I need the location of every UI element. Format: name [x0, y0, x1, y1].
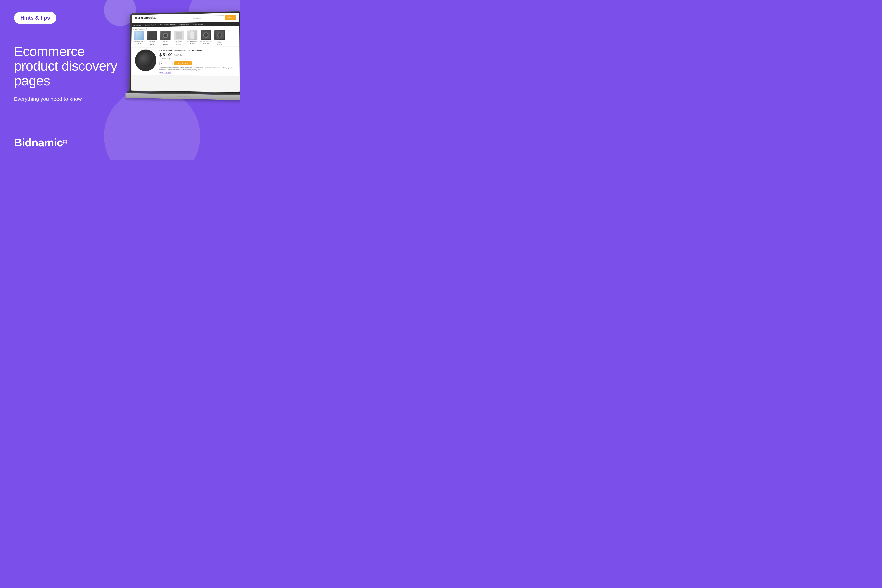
- discover-section: Discover related items Dehumidifier 700m…: [131, 26, 240, 47]
- search-button[interactable]: SEARCH: [225, 15, 236, 20]
- laptop-screen-inner: TheTheShopsite. SEARCH All Products On S…: [131, 13, 240, 92]
- logo-dot-4: [65, 142, 67, 144]
- product-main-image: [135, 50, 156, 71]
- thumb-price-2: $ 98.89: [163, 44, 168, 45]
- product-image-inner: [138, 52, 153, 68]
- see-full-details-link[interactable]: SEE FULL DETAILS: [159, 72, 235, 74]
- logo-main-text: TheShopsite.: [139, 16, 156, 20]
- qty-value: 1: [164, 62, 168, 65]
- thumb-price-3: $ 67.62: [176, 44, 181, 45]
- nav-free-shipping[interactable]: Free Shipping Products: [158, 23, 177, 27]
- thumb-img-1: [147, 31, 157, 40]
- logo-superscript: The: [135, 17, 139, 20]
- badge-text: Hints & tips: [20, 15, 50, 21]
- product-detail-section: Car Air Purifier | The Shopsite NZ by Th…: [132, 47, 239, 76]
- nav-shop-by-brand[interactable]: Shop By Brand: [191, 22, 205, 26]
- thumb-name-1: 15G Ozone Generat...: [146, 41, 158, 44]
- logo-dot-3: [63, 142, 65, 144]
- main-title: Ecommerce product discovery pages: [14, 44, 126, 88]
- thumb-img-6: [214, 30, 225, 40]
- site-header: TheTheShopsite. SEARCH: [132, 13, 239, 23]
- thumb-img-4: [187, 30, 197, 40]
- thumb-2[interactable]: 10G Ozone Generat... $ 98.89: [159, 31, 171, 46]
- thumb-3[interactable]: Car Vacuum Cleane... $ 67.62: [173, 31, 185, 45]
- laptop-screen-bezel: TheTheShopsite. SEARCH All Products On S…: [129, 11, 240, 93]
- hints-tips-badge: Hints & tips: [14, 12, 56, 24]
- logo-dot-2: [65, 140, 67, 142]
- thumb-name-3: Car Vacuum Cleane...: [173, 41, 184, 44]
- laptop-mockup: TheTheShopsite. SEARCH All Products On S…: [129, 11, 240, 104]
- thumb-price-1: $ 99.99: [150, 44, 155, 46]
- thumb-name-5: 20G 230V Ozone G...: [200, 40, 212, 42]
- product-thumbnails-row: Dehumidifier 700m... $ 87.99 15G Ozone G…: [133, 30, 237, 46]
- thumb-img-0: [134, 31, 144, 40]
- thumb-1[interactable]: 15G Ozone Generat... $ 99.99: [146, 31, 158, 46]
- logo-text: Bidnami c: [14, 136, 67, 149]
- product-availability: Availability: In Stock: [159, 58, 235, 60]
- product-quantity-row: − 1 + ADD TO CART: [159, 62, 235, 65]
- thumb-0[interactable]: Dehumidifier 700m... $ 87.99: [133, 31, 145, 46]
- thumb-name-2: 10G Ozone Generat...: [160, 41, 171, 44]
- logo-c: c: [57, 136, 63, 149]
- left-content-area: Ecommerce product discovery pages Everyt…: [14, 44, 126, 102]
- site-logo: TheTheShopsite.: [135, 16, 156, 22]
- product-price-current: $ 51.99: [159, 53, 172, 57]
- macbook-label: MacBook Pro: [177, 96, 191, 98]
- product-title: Car Air Purifier | The Shopsite NZ by Th…: [159, 49, 235, 52]
- thumb-name-6: 10G Ozone Generat...: [214, 40, 225, 44]
- add-to-cart-button[interactable]: ADD TO CART: [174, 62, 192, 65]
- product-price-old: $ 60.94: [174, 54, 183, 57]
- thumb-price-6: $ 90.49: [217, 44, 222, 45]
- thumb-price-0: $ 87.99: [137, 43, 141, 44]
- product-price-area: $ 51.99 $ 60.94: [159, 52, 235, 57]
- discover-label: Discover related items: [134, 27, 237, 30]
- search-area[interactable]: SEARCH: [192, 15, 236, 20]
- thumb-img-2: [160, 31, 171, 40]
- search-input[interactable]: [192, 15, 224, 20]
- nav-on-sale[interactable]: On Sale Products: [143, 23, 158, 27]
- brand-logo: Bidnami c: [14, 136, 67, 149]
- logo-decorative-dots: [63, 140, 67, 144]
- thumb-name-4: Air Purifier Ionise...: [187, 40, 197, 42]
- website-mockup: TheTheShopsite. SEARCH All Products On S…: [131, 13, 240, 92]
- thumb-img-5: [201, 30, 211, 40]
- product-info: Car Air Purifier | The Shopsite NZ by Th…: [159, 49, 235, 74]
- thumb-name-0: Dehumidifier 700m...: [134, 41, 144, 42]
- logo-name: Bidnami: [14, 136, 57, 149]
- thumb-4[interactable]: Air Purifier Ionise... $ 99.99: [186, 30, 198, 45]
- product-description: 3 Speeds Air PurifierHomehold and Car Ai…: [159, 67, 235, 71]
- background: Hints & tips Ecommerce product discovery…: [0, 0, 240, 160]
- thumb-price-5: $ 127.64: [203, 42, 209, 44]
- thumb-price-4: $ 99.99: [190, 42, 194, 44]
- qty-decrease-button[interactable]: −: [159, 62, 163, 65]
- subtitle: Everything you need to know: [14, 96, 126, 102]
- thumb-img-3: [174, 31, 184, 40]
- qty-increase-button[interactable]: +: [169, 62, 173, 65]
- thumb-6[interactable]: 10G Ozone Generat... $ 90.49: [213, 30, 226, 45]
- nav-gift-cards[interactable]: Buy Gift Cards: [177, 22, 191, 27]
- thumb-5[interactable]: 20G 230V Ozone G... $ 127.64: [200, 30, 212, 45]
- nav-all-products[interactable]: All Products: [132, 23, 143, 27]
- logo-dot-1: [63, 140, 65, 142]
